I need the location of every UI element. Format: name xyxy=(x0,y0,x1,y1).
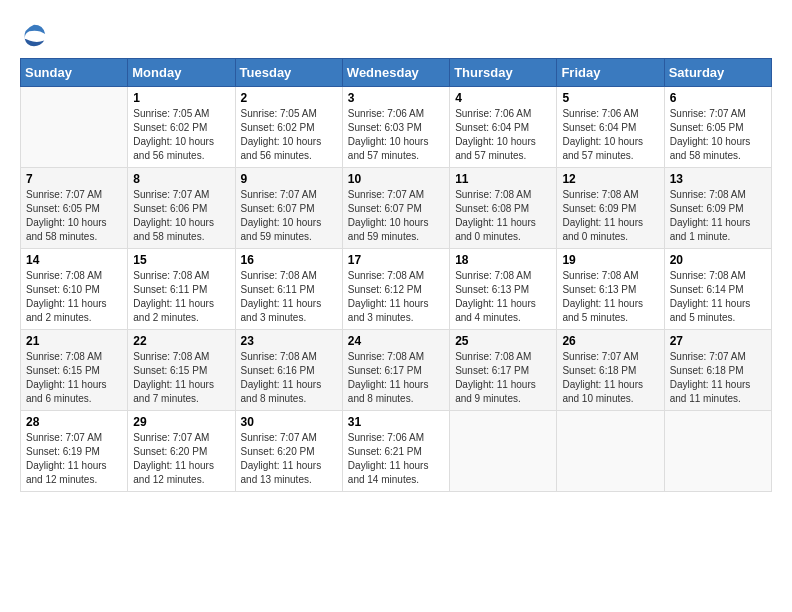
day-number: 10 xyxy=(348,172,444,186)
logo xyxy=(20,20,52,48)
day-number: 7 xyxy=(26,172,122,186)
day-info: Sunrise: 7:08 AM Sunset: 6:16 PM Dayligh… xyxy=(241,350,337,406)
sunset-text: Sunset: 6:10 PM xyxy=(26,284,100,295)
sunset-text: Sunset: 6:17 PM xyxy=(455,365,529,376)
calendar-body: 1 Sunrise: 7:05 AM Sunset: 6:02 PM Dayli… xyxy=(21,87,772,492)
daylight-text: Daylight: 11 hours and 5 minutes. xyxy=(562,298,643,323)
sunrise-text: Sunrise: 7:08 AM xyxy=(455,189,531,200)
day-number: 21 xyxy=(26,334,122,348)
sunrise-text: Sunrise: 7:08 AM xyxy=(26,270,102,281)
calendar-cell xyxy=(557,411,664,492)
sunrise-text: Sunrise: 7:07 AM xyxy=(562,351,638,362)
sunrise-text: Sunrise: 7:08 AM xyxy=(348,351,424,362)
calendar-cell: 16 Sunrise: 7:08 AM Sunset: 6:11 PM Dayl… xyxy=(235,249,342,330)
sunset-text: Sunset: 6:18 PM xyxy=(562,365,636,376)
logo-icon xyxy=(20,20,48,48)
day-info: Sunrise: 7:08 AM Sunset: 6:17 PM Dayligh… xyxy=(455,350,551,406)
sunrise-text: Sunrise: 7:08 AM xyxy=(26,351,102,362)
sunrise-text: Sunrise: 7:07 AM xyxy=(348,189,424,200)
sunset-text: Sunset: 6:14 PM xyxy=(670,284,744,295)
sunrise-text: Sunrise: 7:06 AM xyxy=(455,108,531,119)
calendar-week-row: 1 Sunrise: 7:05 AM Sunset: 6:02 PM Dayli… xyxy=(21,87,772,168)
daylight-text: Daylight: 11 hours and 0 minutes. xyxy=(455,217,536,242)
day-number: 1 xyxy=(133,91,229,105)
weekday-header-saturday: Saturday xyxy=(664,59,771,87)
sunset-text: Sunset: 6:08 PM xyxy=(455,203,529,214)
calendar-cell: 31 Sunrise: 7:06 AM Sunset: 6:21 PM Dayl… xyxy=(342,411,449,492)
day-number: 5 xyxy=(562,91,658,105)
calendar-cell: 11 Sunrise: 7:08 AM Sunset: 6:08 PM Dayl… xyxy=(450,168,557,249)
day-info: Sunrise: 7:07 AM Sunset: 6:18 PM Dayligh… xyxy=(670,350,766,406)
day-info: Sunrise: 7:08 AM Sunset: 6:15 PM Dayligh… xyxy=(26,350,122,406)
sunrise-text: Sunrise: 7:08 AM xyxy=(241,270,317,281)
calendar-cell: 3 Sunrise: 7:06 AM Sunset: 6:03 PM Dayli… xyxy=(342,87,449,168)
daylight-text: Daylight: 11 hours and 0 minutes. xyxy=(562,217,643,242)
sunset-text: Sunset: 6:11 PM xyxy=(241,284,315,295)
calendar-cell: 21 Sunrise: 7:08 AM Sunset: 6:15 PM Dayl… xyxy=(21,330,128,411)
weekday-header-row: SundayMondayTuesdayWednesdayThursdayFrid… xyxy=(21,59,772,87)
calendar-week-row: 7 Sunrise: 7:07 AM Sunset: 6:05 PM Dayli… xyxy=(21,168,772,249)
sunset-text: Sunset: 6:13 PM xyxy=(562,284,636,295)
day-number: 19 xyxy=(562,253,658,267)
day-number: 20 xyxy=(670,253,766,267)
calendar-cell: 6 Sunrise: 7:07 AM Sunset: 6:05 PM Dayli… xyxy=(664,87,771,168)
weekday-header-tuesday: Tuesday xyxy=(235,59,342,87)
daylight-text: Daylight: 11 hours and 2 minutes. xyxy=(26,298,107,323)
daylight-text: Daylight: 10 hours and 59 minutes. xyxy=(348,217,429,242)
sunset-text: Sunset: 6:09 PM xyxy=(562,203,636,214)
day-number: 24 xyxy=(348,334,444,348)
sunset-text: Sunset: 6:02 PM xyxy=(133,122,207,133)
sunrise-text: Sunrise: 7:07 AM xyxy=(670,108,746,119)
sunrise-text: Sunrise: 7:08 AM xyxy=(455,270,531,281)
calendar-cell: 5 Sunrise: 7:06 AM Sunset: 6:04 PM Dayli… xyxy=(557,87,664,168)
daylight-text: Daylight: 11 hours and 4 minutes. xyxy=(455,298,536,323)
sunrise-text: Sunrise: 7:08 AM xyxy=(670,270,746,281)
daylight-text: Daylight: 11 hours and 8 minutes. xyxy=(241,379,322,404)
calendar-cell: 15 Sunrise: 7:08 AM Sunset: 6:11 PM Dayl… xyxy=(128,249,235,330)
sunset-text: Sunset: 6:16 PM xyxy=(241,365,315,376)
calendar-cell: 26 Sunrise: 7:07 AM Sunset: 6:18 PM Dayl… xyxy=(557,330,664,411)
sunset-text: Sunset: 6:05 PM xyxy=(26,203,100,214)
sunrise-text: Sunrise: 7:05 AM xyxy=(241,108,317,119)
daylight-text: Daylight: 10 hours and 58 minutes. xyxy=(26,217,107,242)
sunset-text: Sunset: 6:20 PM xyxy=(133,446,207,457)
day-info: Sunrise: 7:06 AM Sunset: 6:04 PM Dayligh… xyxy=(562,107,658,163)
day-number: 12 xyxy=(562,172,658,186)
sunrise-text: Sunrise: 7:07 AM xyxy=(133,189,209,200)
calendar-cell: 18 Sunrise: 7:08 AM Sunset: 6:13 PM Dayl… xyxy=(450,249,557,330)
calendar-header: SundayMondayTuesdayWednesdayThursdayFrid… xyxy=(21,59,772,87)
calendar-cell: 23 Sunrise: 7:08 AM Sunset: 6:16 PM Dayl… xyxy=(235,330,342,411)
day-info: Sunrise: 7:08 AM Sunset: 6:13 PM Dayligh… xyxy=(455,269,551,325)
calendar-cell: 2 Sunrise: 7:05 AM Sunset: 6:02 PM Dayli… xyxy=(235,87,342,168)
calendar-cell: 30 Sunrise: 7:07 AM Sunset: 6:20 PM Dayl… xyxy=(235,411,342,492)
sunset-text: Sunset: 6:13 PM xyxy=(455,284,529,295)
day-number: 28 xyxy=(26,415,122,429)
sunset-text: Sunset: 6:07 PM xyxy=(348,203,422,214)
daylight-text: Daylight: 10 hours and 58 minutes. xyxy=(133,217,214,242)
sunset-text: Sunset: 6:11 PM xyxy=(133,284,207,295)
day-info: Sunrise: 7:05 AM Sunset: 6:02 PM Dayligh… xyxy=(241,107,337,163)
calendar-cell xyxy=(450,411,557,492)
day-info: Sunrise: 7:07 AM Sunset: 6:19 PM Dayligh… xyxy=(26,431,122,487)
sunrise-text: Sunrise: 7:06 AM xyxy=(348,432,424,443)
sunrise-text: Sunrise: 7:08 AM xyxy=(133,351,209,362)
sunrise-text: Sunrise: 7:06 AM xyxy=(562,108,638,119)
sunset-text: Sunset: 6:03 PM xyxy=(348,122,422,133)
daylight-text: Daylight: 11 hours and 3 minutes. xyxy=(241,298,322,323)
day-info: Sunrise: 7:08 AM Sunset: 6:09 PM Dayligh… xyxy=(670,188,766,244)
weekday-header-thursday: Thursday xyxy=(450,59,557,87)
day-number: 11 xyxy=(455,172,551,186)
day-info: Sunrise: 7:07 AM Sunset: 6:20 PM Dayligh… xyxy=(133,431,229,487)
daylight-text: Daylight: 11 hours and 9 minutes. xyxy=(455,379,536,404)
sunset-text: Sunset: 6:04 PM xyxy=(562,122,636,133)
daylight-text: Daylight: 10 hours and 57 minutes. xyxy=(348,136,429,161)
calendar-cell: 9 Sunrise: 7:07 AM Sunset: 6:07 PM Dayli… xyxy=(235,168,342,249)
sunset-text: Sunset: 6:07 PM xyxy=(241,203,315,214)
daylight-text: Daylight: 11 hours and 3 minutes. xyxy=(348,298,429,323)
daylight-text: Daylight: 10 hours and 56 minutes. xyxy=(241,136,322,161)
calendar-week-row: 28 Sunrise: 7:07 AM Sunset: 6:19 PM Dayl… xyxy=(21,411,772,492)
daylight-text: Daylight: 11 hours and 1 minute. xyxy=(670,217,751,242)
sunset-text: Sunset: 6:18 PM xyxy=(670,365,744,376)
calendar-cell: 29 Sunrise: 7:07 AM Sunset: 6:20 PM Dayl… xyxy=(128,411,235,492)
day-number: 30 xyxy=(241,415,337,429)
